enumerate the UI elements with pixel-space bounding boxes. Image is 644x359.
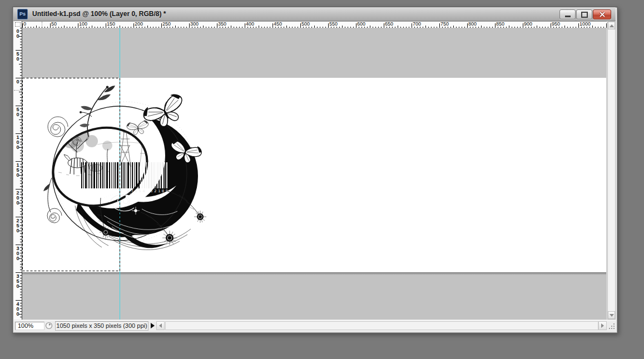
ruler-left[interactable]: 10050050100150200250300350400 <box>14 28 22 320</box>
window-controls <box>559 9 611 19</box>
restore-button[interactable] <box>576 9 592 19</box>
zoom-level-field[interactable]: 100% <box>15 322 44 330</box>
ruler-tick <box>20 61 22 62</box>
barcode-bar <box>166 162 167 188</box>
hscroll-track[interactable] <box>165 321 598 330</box>
ruler-tick <box>20 261 22 262</box>
scroll-down-icon <box>610 314 614 317</box>
canvas-viewport[interactable]: 9 87654 32109 <box>22 28 607 320</box>
ruler-tick <box>20 186 22 187</box>
ruler-label: 1000 <box>579 22 591 27</box>
ruler-tick <box>20 75 22 76</box>
status-flyout-button[interactable] <box>149 322 156 330</box>
ruler-label: 100 <box>15 134 20 149</box>
ruler-tick <box>20 183 22 184</box>
ruler-tick <box>20 297 22 298</box>
ruler-label: 650 <box>385 22 393 27</box>
barcode-bar <box>83 162 84 188</box>
close-button[interactable] <box>593 9 611 19</box>
ruler-tick <box>16 78 22 78</box>
ruler-tick <box>20 72 22 73</box>
document-shadow <box>22 272 606 275</box>
ruler-label: 100 <box>15 28 20 38</box>
ruler-label: 400 <box>246 22 254 27</box>
ruler-tick <box>20 128 22 128</box>
ruler-label: 300 <box>15 246 20 261</box>
barcode-bar <box>148 162 150 188</box>
barcode-bar <box>93 162 95 188</box>
barcode-bar <box>102 162 103 188</box>
barcode-bar <box>113 162 113 188</box>
titlebar[interactable]: Ps Untitled-k1.psd @ 100% (Layer 0, RGB/… <box>13 7 616 21</box>
vertical-scrollbar[interactable] <box>607 21 616 320</box>
ruler-tick <box>20 153 22 153</box>
ruler-label: 300 <box>190 22 199 27</box>
ruler-tick <box>20 242 22 242</box>
scroll-right-icon <box>601 323 604 328</box>
ruler-tick <box>19 64 22 64</box>
ruler-tick <box>20 47 22 48</box>
resize-grip-icon <box>608 323 616 330</box>
ruler-tick <box>20 267 22 267</box>
barcode-bar <box>105 162 105 188</box>
window-title: Untitled-k1.psd @ 100% (Layer 0, RGB/8) … <box>32 10 166 18</box>
ruler-tick <box>20 44 22 45</box>
barcode-bar <box>138 162 140 188</box>
barcode-bar <box>127 162 129 188</box>
ruler-label: 950 <box>552 22 560 27</box>
guide-vertical[interactable] <box>120 28 120 320</box>
doc-info-field[interactable]: 1050 pixels x 350 pixels (300 ppi) <box>55 321 148 331</box>
ruler-tick <box>20 270 22 270</box>
barcode-bar <box>100 162 101 188</box>
barcode-bar <box>85 162 87 188</box>
barcode-bar <box>121 162 122 188</box>
barcode-bar <box>153 162 155 188</box>
ruler-label: 400 <box>15 301 20 316</box>
barcode-bar <box>132 162 133 188</box>
ruler-tick <box>20 211 22 212</box>
ruler-tick <box>20 67 22 67</box>
scroll-up-button[interactable] <box>608 22 615 29</box>
barcode-bar <box>81 162 82 188</box>
scroll-left-button[interactable] <box>156 321 165 330</box>
barcode-bar <box>142 162 143 188</box>
ruler-tick <box>20 317 22 317</box>
scroll-down-button[interactable] <box>608 311 615 319</box>
ruler-tick <box>20 69 22 70</box>
barcode-bar <box>157 162 158 188</box>
ruler-label: 900 <box>524 22 532 27</box>
ruler-tick <box>20 97 22 98</box>
status-bar: 100% 1050 pixels x 350 pixels (300 ppi) <box>14 320 616 331</box>
ruler-tick <box>16 272 22 273</box>
ruler-label: 50 <box>15 51 20 61</box>
ruler-tick <box>20 214 22 215</box>
ruler-tick <box>20 86 22 87</box>
ruler-tick <box>20 117 22 117</box>
ruler-tick <box>20 156 22 156</box>
ruler-label: 50 <box>51 22 57 27</box>
ruler-tick <box>16 106 22 106</box>
ruler-tick <box>16 161 22 162</box>
ruler-tick <box>16 300 22 301</box>
barcode-bar <box>98 162 99 188</box>
barcode-bar <box>144 162 145 188</box>
minimize-button[interactable] <box>559 9 576 19</box>
ruler-tick <box>16 50 22 51</box>
ruler-label: 700 <box>413 22 421 27</box>
barcode-bar <box>109 162 110 188</box>
barcode-bar <box>90 162 90 188</box>
resize-grip[interactable] <box>607 321 616 330</box>
ruler-label: 200 <box>135 22 143 27</box>
artwork-image: 9 87654 32109 <box>42 83 209 258</box>
scroll-right-button[interactable] <box>598 321 607 330</box>
ruler-label: 350 <box>218 22 226 27</box>
barcode-bar <box>117 162 118 188</box>
ruler-label: 350 <box>15 273 20 288</box>
barcode-bar <box>96 162 97 188</box>
close-icon <box>599 11 606 18</box>
ruler-tick <box>20 208 22 209</box>
ruler-tick <box>16 133 22 134</box>
barcode-bar <box>162 162 164 188</box>
ruler-tick <box>20 100 22 101</box>
ruler-tick <box>20 295 22 295</box>
